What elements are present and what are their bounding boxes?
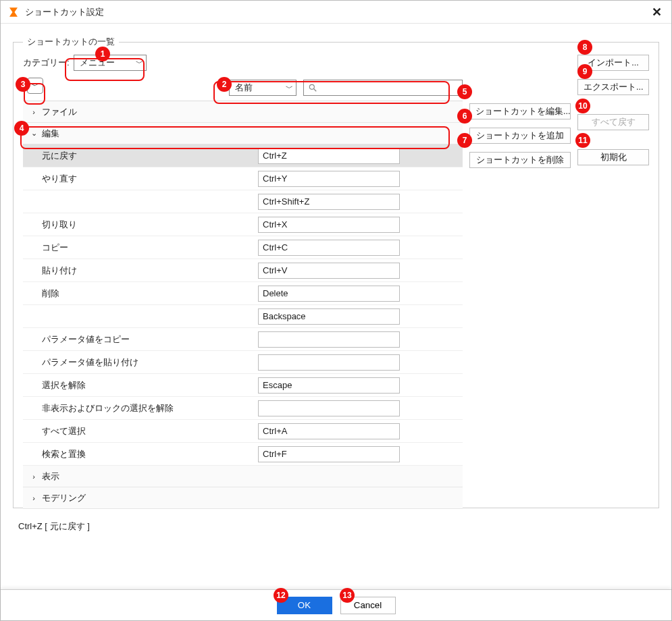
close-icon[interactable]: ✕ xyxy=(649,5,665,20)
shortcut-key-field[interactable]: Escape xyxy=(258,377,400,394)
cancel-button[interactable]: Cancel xyxy=(340,597,396,614)
shortcut-key-field[interactable]: Ctrl+A xyxy=(258,423,400,439)
group-label: モデリング xyxy=(42,492,86,504)
shortcut-key-field[interactable]: Ctrl+C xyxy=(258,240,400,256)
category-dropdown[interactable]: メニュー ﹀ xyxy=(74,55,147,71)
shortcut-row[interactable]: Ctrl+Shift+Z xyxy=(23,190,463,213)
svg-line-1 xyxy=(314,89,317,92)
import-button[interactable]: インポート... xyxy=(577,55,649,71)
chevron-down-icon: ﹀ xyxy=(136,58,143,68)
group-legend: ショートカットの一覧 xyxy=(23,36,119,48)
shortcut-row[interactable]: 元に戻すCtrl+Z xyxy=(23,144,463,167)
search-input[interactable] xyxy=(303,80,463,96)
shortcut-key-field[interactable]: Ctrl+V xyxy=(258,263,400,279)
shortcut-name: 検索と置換 xyxy=(23,448,258,460)
group-label: 編集 xyxy=(42,128,59,140)
shortcut-key-field[interactable]: Ctrl+X xyxy=(258,217,400,233)
shortcut-key-field[interactable]: Ctrl+F xyxy=(258,446,400,462)
search-mode-dropdown[interactable]: 名前 ﹀ xyxy=(229,80,296,96)
shortcut-key-field[interactable]: Ctrl+Z xyxy=(258,148,400,164)
chevron-down-icon: ﹀ xyxy=(31,80,39,92)
shortcut-key-field[interactable] xyxy=(258,354,400,371)
shortcut-name: パラメータ値をコピー xyxy=(23,333,258,346)
shortcut-name: すべて選択 xyxy=(23,425,258,437)
chevron-right-icon: › xyxy=(30,473,38,481)
shortcut-key-field[interactable]: Ctrl+Shift+Z xyxy=(258,194,400,210)
shortcut-name: 非表示およびロックの選択を解除 xyxy=(23,402,258,414)
shortcut-name: 削除 xyxy=(23,288,258,300)
shortcut-row[interactable]: パラメータ値をコピー xyxy=(23,328,463,351)
shortcut-row[interactable]: 削除Delete xyxy=(23,282,463,305)
shortcut-row[interactable]: 非表示およびロックの選択を解除 xyxy=(23,397,463,420)
initialize-button[interactable]: 初期化 xyxy=(577,149,649,165)
add-shortcut-button[interactable]: ショートカットを追加 xyxy=(469,128,571,144)
tree-group[interactable]: ›ファイル xyxy=(23,101,463,123)
search-mode-value: 名前 xyxy=(235,82,253,94)
shortcut-row[interactable]: すべて選択Ctrl+A xyxy=(23,420,463,443)
svg-point-0 xyxy=(309,84,314,89)
search-icon xyxy=(308,83,317,92)
shortcut-name: 選択を解除 xyxy=(23,379,258,392)
tree-group[interactable]: ›表示 xyxy=(23,466,463,487)
ok-button[interactable]: OK xyxy=(277,597,332,614)
shortcut-row[interactable]: Backspace xyxy=(23,305,463,328)
shortcut-name: パラメータ値を貼り付け xyxy=(23,356,258,369)
reset-all-button[interactable]: すべて戻す xyxy=(577,114,649,130)
shortcut-key-field[interactable]: Delete xyxy=(258,286,400,302)
shortcut-name: やり直す xyxy=(23,173,258,185)
group-label: 表示 xyxy=(42,470,59,483)
dialog-footer: OK Cancel xyxy=(1,589,671,620)
group-label: ファイル xyxy=(42,106,77,118)
shortcut-list-group: ショートカットの一覧 カテゴリー: メニュー ﹀ ﹀ xyxy=(13,36,659,508)
shortcut-row[interactable]: 切り取りCtrl+X xyxy=(23,213,463,236)
titlebar: ショートカット設定 ✕ xyxy=(1,1,671,24)
shortcut-settings-window: ショートカット設定 ✕ ショートカットの一覧 カテゴリー: メニュー ﹀ xyxy=(0,0,672,621)
chevron-down-icon: ⌄ xyxy=(30,129,38,138)
shortcut-row[interactable]: 選択を解除Escape xyxy=(23,374,463,397)
chevron-right-icon: › xyxy=(30,108,38,116)
shortcut-key-field[interactable]: Ctrl+Y xyxy=(258,171,400,187)
collapse-all-button[interactable]: ﹀ xyxy=(27,78,43,94)
shortcut-key-field[interactable] xyxy=(258,400,400,416)
shortcut-name: 元に戻す xyxy=(23,150,258,162)
export-button[interactable]: エクスポート... xyxy=(577,79,649,95)
shortcut-name: 貼り付け xyxy=(23,265,258,277)
shortcut-row[interactable]: コピーCtrl+C xyxy=(23,236,463,259)
tree-group[interactable]: ›モデリング xyxy=(23,487,463,509)
chevron-right-icon: › xyxy=(30,494,38,502)
shortcut-tree[interactable]: ›ファイル⌄編集元に戻すCtrl+Zやり直すCtrl+YCtrl+Shift+Z… xyxy=(23,101,463,509)
shortcut-row[interactable]: 貼り付けCtrl+V xyxy=(23,259,463,282)
shortcut-name: コピー xyxy=(23,242,258,254)
chevron-down-icon: ﹀ xyxy=(286,83,293,93)
category-label: カテゴリー: xyxy=(23,57,70,69)
shortcut-name: 切り取り xyxy=(23,219,258,231)
category-value: メニュー xyxy=(80,57,115,69)
shortcut-key-field[interactable]: Backspace xyxy=(258,308,400,325)
app-icon xyxy=(7,6,20,18)
window-title: ショートカット設定 xyxy=(25,6,649,18)
shortcut-key-field[interactable] xyxy=(258,331,400,348)
shortcut-row[interactable]: 検索と置換Ctrl+F xyxy=(23,443,463,466)
delete-shortcut-button[interactable]: ショートカットを削除 xyxy=(469,152,571,168)
edit-shortcut-button[interactable]: ショートカットを編集... xyxy=(469,103,571,119)
shortcut-row[interactable]: やり直すCtrl+Y xyxy=(23,167,463,190)
tree-group[interactable]: ⌄編集 xyxy=(23,123,463,144)
shortcut-row[interactable]: パラメータ値を貼り付け xyxy=(23,351,463,374)
